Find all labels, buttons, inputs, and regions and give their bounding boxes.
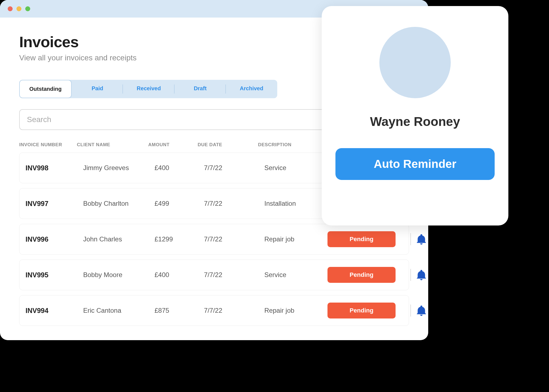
invoice-number: INV998 [26,164,83,172]
bell-icon[interactable] [416,234,426,245]
window-maximize-button[interactable] [25,6,30,11]
tabs-container: Outstanding Paid Received Draft Archived [19,80,277,98]
amount: £875 [155,307,204,314]
tab-archived[interactable]: Archived [226,80,277,98]
client-name: Bobby Charlton [83,200,155,207]
client-name: John Charles [83,235,155,243]
avatar [379,27,451,98]
client-name: Bobby Moore [83,271,155,279]
col-due-date: DUE DATE [198,142,258,148]
amount: £400 [155,271,204,279]
bell-icon[interactable] [416,269,426,280]
due-date: 7/7/22 [204,235,264,243]
col-description: DESCRIPTION [258,142,321,148]
due-date: 7/7/22 [204,271,264,279]
description: Repair job [264,307,327,314]
tab-received[interactable]: Received [123,80,174,98]
status-badge[interactable]: Pending [327,231,396,247]
invoice-number: INV995 [26,271,83,279]
client-name: Jimmy Greeves [83,164,155,172]
due-date: 7/7/22 [204,164,264,172]
divider [410,233,411,245]
tab-draft[interactable]: Draft [175,80,226,98]
col-client-name: CLIENT NAME [77,142,148,148]
window-close-button[interactable] [8,6,13,11]
tab-outstanding[interactable]: Outstanding [19,80,72,98]
due-date: 7/7/22 [204,200,264,207]
col-invoice-number: INVOICE NUMBER [19,142,77,148]
description: Repair job [264,235,327,243]
invoice-number: INV994 [26,307,83,315]
profile-name: Wayne Rooney [370,114,460,129]
client-name: Eric Cantona [83,307,155,314]
due-date: 7/7/22 [204,307,264,314]
table-row[interactable]: INV994 Eric Cantona £875 7/7/22 Repair j… [19,295,409,326]
status-badge[interactable]: Pending [327,303,396,318]
amount: £400 [155,164,204,172]
description: Service [264,164,327,172]
amount: £499 [155,200,204,207]
col-amount: AMOUNT [148,142,198,148]
invoice-number: INV996 [26,235,83,243]
amount: £1299 [155,235,204,243]
profile-card: Wayne Rooney Auto Reminder [322,6,508,225]
tab-paid[interactable]: Paid [72,80,123,98]
description: Service [264,271,327,279]
bell-icon[interactable] [416,305,426,316]
divider [410,269,411,281]
divider [410,304,411,317]
table-row[interactable]: INV995 Bobby Moore £400 7/7/22 Service P… [19,260,409,290]
description: Installation [264,200,327,207]
auto-reminder-button[interactable]: Auto Reminder [335,148,495,180]
status-badge[interactable]: Pending [327,267,396,283]
window-minimize-button[interactable] [16,6,21,11]
invoice-number: INV997 [26,200,83,208]
table-row[interactable]: INV996 John Charles £1299 7/7/22 Repair … [19,224,409,255]
